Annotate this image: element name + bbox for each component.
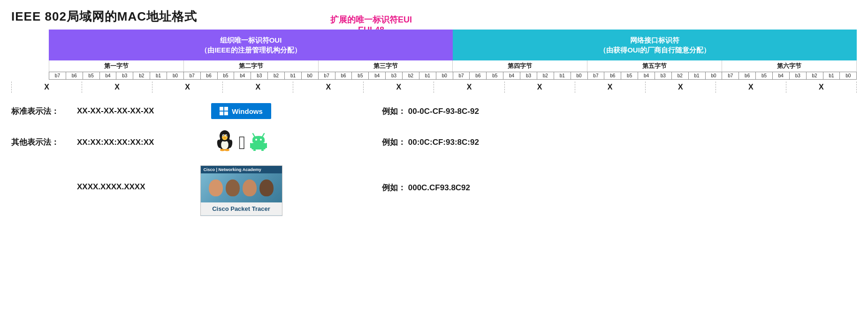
bit-cell-2: b5 — [83, 72, 100, 79]
diagram-section: 组织唯一标识符OUI （由IEEE的注册管理机构分配） 网络接口标识符 （由获得… — [11, 30, 857, 93]
notation-rows: 标准表示法： XX-XX-XX-XX-XX-XX Windows 例如： 00-… — [11, 103, 857, 226]
notation-label-standard: 标准表示法： — [11, 106, 68, 117]
bit-cell-20: b3 — [386, 72, 403, 79]
linux-icons-area:  — [194, 129, 288, 155]
apple-icon:  — [239, 133, 246, 152]
hex-cells: XXXXXXXXXXXX — [11, 82, 857, 93]
bit-cell-29: b2 — [537, 72, 554, 79]
bit-cell-24: b7 — [453, 72, 470, 79]
bit-cell-9: b6 — [201, 72, 218, 79]
bit-cell-17: b6 — [335, 72, 352, 79]
windows-logo-icon — [220, 107, 228, 115]
nic-line2: （由获得OUI的厂商自行随意分配） — [599, 46, 710, 54]
nic-text: 网络接口标识符 （由获得OUI的厂商自行随意分配） — [599, 35, 710, 55]
cisco-packet-tracer-image: Cisco | Networking Academy Cisco Packet … — [200, 165, 282, 216]
bit-cell-1: b6 — [66, 72, 83, 79]
cisco-faces-area — [201, 173, 282, 202]
svg-line-14 — [262, 134, 264, 137]
hex-row: 十六进制 XXXXXXXXXXXX — [11, 82, 857, 93]
face2 — [226, 179, 240, 196]
bit-cell-0: b7 — [49, 72, 66, 79]
bit-cell-39: b0 — [706, 72, 723, 79]
face4 — [259, 179, 274, 196]
svg-point-8 — [223, 137, 226, 139]
bit-cell-12: b3 — [251, 72, 268, 79]
bit-cell-44: b3 — [790, 72, 807, 79]
byte-label-1: 第二字节 — [183, 60, 318, 72]
svg-line-13 — [253, 134, 255, 137]
bit-cell-32: b7 — [588, 72, 605, 79]
notation-label-other: 其他表示法： — [11, 137, 68, 148]
notation-row-other: 其他表示法： XX:XX:XX:XX:XX:XX — [11, 129, 857, 155]
oui-line2: （由IEEE的注册管理机构分配） — [200, 46, 301, 54]
svg-rect-19 — [265, 143, 267, 148]
bit-cell-21: b2 — [403, 72, 419, 79]
notation-example-standard: 例如： 00-0C-CF-93-8C-92 — [382, 106, 479, 117]
bit-cell-40: b7 — [722, 72, 739, 79]
svg-rect-18 — [250, 143, 252, 148]
windows-label: Windows — [232, 107, 263, 115]
bit-cell-11: b4 — [234, 72, 251, 79]
svg-point-6 — [223, 135, 224, 136]
bit-cell-43: b4 — [773, 72, 790, 79]
bit-cell-47: b0 — [840, 72, 856, 79]
bottom-section: 标准表示法： XX-XX-XX-XX-XX-XX Windows 例如： 00-… — [11, 103, 857, 226]
notation-value-standard: XX-XX-XX-XX-XX-XX — [77, 106, 190, 116]
bit-cell-37: b2 — [672, 72, 689, 79]
bit-cell-4: b3 — [116, 72, 133, 79]
bit-cell-36: b3 — [655, 72, 672, 79]
hex-label: 十六进制 — [0, 83, 11, 91]
byte-labels-row: 第一字节第二字节第三字节第四字节第五字节第六字节 — [49, 60, 857, 72]
bit-cell-42: b5 — [756, 72, 773, 79]
oui-text: 组织唯一标识符OUI （由IEEE的注册管理机构分配） — [200, 35, 301, 55]
bit-cell-8: b7 — [184, 72, 201, 79]
svg-rect-17 — [251, 143, 266, 149]
bit-cell-7: b0 — [167, 72, 184, 79]
eui-label-line1: 扩展的唯一标识符EUI — [330, 14, 412, 25]
bit-cell-10: b5 — [218, 72, 235, 79]
hex-cell-11: X — [786, 82, 857, 93]
android-icon — [250, 131, 267, 154]
bit-cell-3: b4 — [100, 72, 117, 79]
hex-cell-8: X — [575, 82, 645, 93]
bit-cell-41: b6 — [739, 72, 756, 79]
svg-point-7 — [226, 135, 227, 136]
notation-example-other: 例如： 00:0C:CF:93:8C:92 — [382, 137, 479, 148]
cisco-top-bar: Cisco | Networking Academy — [201, 166, 282, 173]
bit-cell-30: b1 — [554, 72, 571, 79]
svg-point-10 — [225, 149, 229, 151]
hex-cell-6: X — [434, 82, 504, 93]
bit-cell-26: b5 — [487, 72, 503, 79]
bit-cells-row: b7b6b5b4b3b2b1b0b7b6b5b4b3b2b1b0b7b6b5b4… — [49, 72, 857, 80]
svg-point-9 — [220, 149, 225, 151]
byte-label-4: 第五字节 — [587, 60, 722, 72]
bit-cell-46: b1 — [823, 72, 840, 79]
bit-cell-34: b5 — [621, 72, 638, 79]
notation-row-standard: 标准表示法： XX-XX-XX-XX-XX-XX Windows 例如： 00-… — [11, 103, 857, 119]
bit-cell-23: b0 — [436, 72, 453, 79]
bit-cell-18: b5 — [352, 72, 369, 79]
svg-point-16 — [260, 139, 262, 141]
byte-label-5: 第六字节 — [722, 60, 857, 72]
page-title: IEEE 802局域网的MAC地址格式 — [11, 8, 857, 25]
face3 — [243, 179, 257, 196]
bit-cell-25: b6 — [470, 72, 487, 79]
linux-icon — [215, 129, 234, 155]
hex-cell-4: X — [293, 82, 363, 93]
hex-cell-5: X — [363, 82, 434, 93]
oui-block: 组织唯一标识符OUI （由IEEE的注册管理机构分配） — [49, 30, 453, 60]
hex-cell-1: X — [82, 82, 152, 93]
bit-cell-5: b2 — [133, 72, 150, 79]
oui-line1: 组织唯一标识符OUI — [220, 36, 282, 44]
bit-cell-45: b2 — [807, 72, 823, 79]
bit-cell-19: b4 — [369, 72, 386, 79]
hex-cell-9: X — [645, 82, 716, 93]
byte-label-3: 第四字节 — [452, 60, 587, 72]
byte-label-0: 第一字节 — [49, 60, 183, 72]
hex-cell-7: X — [504, 82, 575, 93]
cisco-icon-area: Cisco | Networking Academy Cisco Packet … — [194, 165, 288, 216]
bit-cell-13: b2 — [268, 72, 285, 79]
bit-cell-33: b6 — [604, 72, 621, 79]
byte-label-2: 第三字节 — [318, 60, 453, 72]
windows-button[interactable]: Windows — [211, 103, 271, 119]
